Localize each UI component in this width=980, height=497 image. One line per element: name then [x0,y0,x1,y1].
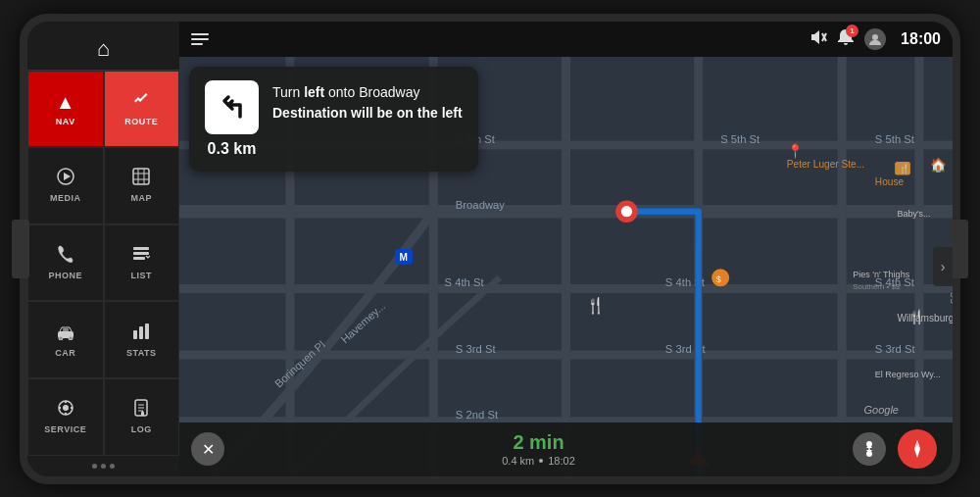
car-icon [56,323,75,345]
svg-text:Williamsburg: Williamsburg [897,313,953,323]
svg-rect-15 [139,326,143,339]
sidebar-item-log[interactable]: LOG [104,378,180,456]
log-icon [132,399,150,422]
route-label: ROUTE [124,117,158,126]
svg-point-19 [65,401,67,403]
destination-instruction: Destination will be on the left [272,105,463,121]
list-icon [132,245,150,268]
sidebar-item-car[interactable]: CAR [27,301,104,378]
trip-distance: 0.4 km [502,455,534,467]
map-container: S 5th St S 5th St S 5th St Broadway S 4t… [179,57,953,476]
device-inner: ⌂ ▲ NAV ROUTE [27,22,953,476]
stats-icon [132,323,150,345]
sidebar: ⌂ ▲ NAV ROUTE [27,22,179,476]
svg-text:Broadway: Broadway [456,199,505,211]
menu-line-3 [191,43,203,45]
avatar[interactable] [864,28,886,50]
close-icon: ✕ [202,440,215,459]
compass-button[interactable] [898,429,937,469]
svg-text:🍴: 🍴 [908,309,925,325]
trip-eta: 18:02 [548,455,575,467]
svg-point-30 [872,34,878,40]
svg-point-11 [59,336,63,340]
sidebar-item-list[interactable]: LIST [104,224,180,302]
svg-text:🍴: 🍴 [586,296,606,315]
svg-text:S 3rd St: S 3rd St [875,342,916,354]
svg-text:Baby's...: Baby's... [897,209,930,219]
car-label: CAR [55,348,75,358]
svg-rect-2 [133,169,149,184]
menu-button[interactable] [191,33,209,45]
svg-point-12 [69,336,73,340]
dot-3 [110,464,115,469]
svg-text:Peter Luger Ste...: Peter Luger Ste... [787,158,864,169]
google-label: Google [864,404,899,416]
sidebar-item-phone[interactable]: PHONE [27,224,104,302]
home-button[interactable]: ⌂ [27,26,179,71]
compass-icon [906,438,928,460]
sound-off-icon[interactable] [809,28,827,49]
waypoint-button[interactable] [853,432,886,466]
sidebar-item-map[interactable]: MAP [104,147,180,224]
svg-text:El Regreso Wy...: El Regreso Wy... [875,369,941,378]
media-label: MEDIA [50,193,81,203]
nav-card: 0.3 km Turn left onto Broadway Destinati… [189,67,478,172]
close-route-button[interactable]: ✕ [191,432,224,466]
svg-point-66 [621,206,632,217]
svg-rect-9 [133,257,145,260]
dot-1 [92,464,97,469]
svg-rect-8 [133,252,149,255]
nav-card-left: 0.3 km [205,80,259,158]
notification-badge: 1 [846,25,858,37]
sidebar-item-nav[interactable]: ▲ NAV [27,71,104,148]
notification-icon[interactable]: 1 [837,28,855,49]
main-area: 1 18:00 [179,22,953,476]
svg-text:🍴: 🍴 [899,163,910,174]
svg-rect-13 [63,328,69,331]
turn-bold: left [304,84,324,100]
stats-label: STATS [126,348,157,358]
chevron-right-button[interactable]: › [933,247,953,286]
sidebar-item-route[interactable]: ROUTE [104,71,180,148]
sidebar-item-media[interactable]: MEDIA [27,147,104,224]
waypoint-icon [860,440,878,458]
phone-label: PHONE [48,271,82,280]
svg-point-21 [59,407,61,409]
sidebar-item-stats[interactable]: STATS [104,301,180,378]
turn-street: onto Broadway [324,84,419,100]
device-outer: ⌂ ▲ NAV ROUTE [20,14,960,484]
clock-display: 18:00 [901,30,941,48]
map-icon [132,168,150,190]
sidebar-item-service[interactable]: SERVICE [27,378,104,456]
svg-text:S 5th St: S 5th St [875,132,915,144]
nav-grid: ▲ NAV ROUTE [27,71,179,456]
dot-2 [101,464,106,469]
dot-separator [539,459,543,463]
service-label: SERVICE [44,424,86,434]
svg-point-22 [71,407,73,409]
svg-text:S 4th St: S 4th St [445,276,485,288]
svg-text:S 3rd St: S 3rd St [456,342,497,354]
svg-point-20 [65,413,67,415]
menu-line-1 [191,33,209,35]
turn-left-arrow-icon [213,87,252,126]
more-dots[interactable] [92,456,115,476]
media-icon [57,168,74,190]
svg-rect-16 [145,323,149,339]
svg-text:S 5th St: S 5th St [720,132,760,144]
nav-distance: 0.3 km [208,140,257,158]
svg-marker-1 [64,173,71,180]
turn-prefix: Turn [272,84,304,100]
turn-icon-box [205,80,259,134]
bracket-left [12,220,29,278]
status-bar: 1 18:00 [179,22,953,57]
trip-info: 2 min 0.4 km 18:02 [236,431,841,467]
map-label: MAP [131,193,153,203]
trip-details: 0.4 km 18:02 [502,455,575,467]
svg-text:M: M [399,252,407,263]
bottom-nav-bar: ✕ 2 min 0.4 km 18:02 [179,422,953,476]
svg-text:Pies 'n' Thighs: Pies 'n' Thighs [853,270,909,279]
route-icon [132,91,150,114]
svg-rect-14 [133,330,137,339]
nav-card-instruction: Turn left onto Broadway Destination will… [272,80,463,124]
